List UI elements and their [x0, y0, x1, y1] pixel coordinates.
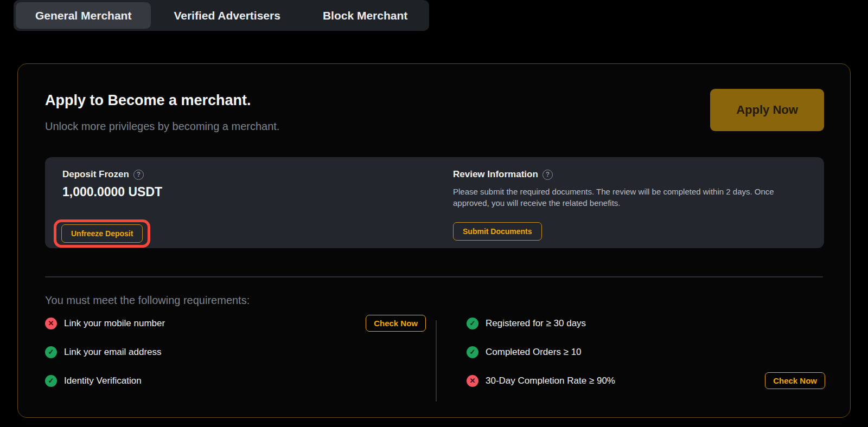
horizontal-divider: [45, 276, 823, 277]
requirement-row: Completed Orders ≥ 10: [467, 344, 825, 360]
deposit-amount: 1,000.0000 USDT: [62, 185, 453, 199]
review-section: Review Information ? Please submit the r…: [453, 157, 824, 248]
submit-documents-button[interactable]: Submit Documents: [453, 222, 542, 241]
requirement-label: Completed Orders ≥ 10: [486, 347, 582, 358]
fail-x-icon: [467, 375, 478, 387]
deposit-frozen-label: Deposit Frozen: [62, 169, 129, 180]
pass-check-icon: [45, 346, 57, 358]
fail-x-icon: [45, 318, 57, 329]
review-help-icon[interactable]: ?: [542, 170, 553, 180]
deposit-section: Deposit Frozen ? 1,000.0000 USDT Unfreez…: [45, 157, 453, 248]
review-information-label: Review Information: [453, 169, 538, 180]
page-subtitle: Unlock more privileges by becoming a mer…: [45, 120, 279, 133]
requirements-heading: You must meet the following requirements…: [45, 294, 250, 307]
requirement-label: Link your email address: [64, 347, 162, 358]
requirement-row: Link your email address: [45, 344, 426, 360]
review-description: Please submit the required documents. Th…: [453, 186, 786, 209]
requirements-right-column: Registered for ≥ 30 days Completed Order…: [437, 315, 825, 401]
requirement-row: Registered for ≥ 30 days: [467, 315, 825, 332]
requirements-area: Link your mobile number Check Now Link y…: [45, 315, 825, 401]
requirement-row: Link your mobile number Check Now: [45, 315, 426, 332]
pass-check-icon: [45, 375, 57, 387]
deposit-help-icon[interactable]: ?: [133, 170, 144, 180]
unfreeze-deposit-button[interactable]: Unfreeze Deposit: [61, 224, 143, 243]
merchant-tabs: General Merchant Verified Advertisers Bl…: [14, 0, 429, 31]
requirement-label: Identity Verification: [64, 376, 142, 386]
check-now-completion-button[interactable]: Check Now: [765, 372, 825, 389]
tab-general-merchant[interactable]: General Merchant: [16, 2, 151, 29]
tab-verified-advertisers[interactable]: Verified Advertisers: [154, 2, 300, 29]
requirement-row: 30-Day Completion Rate ≥ 90% Check Now: [467, 372, 825, 389]
requirement-label: Registered for ≥ 30 days: [486, 318, 586, 329]
requirement-label: Link your mobile number: [64, 318, 165, 329]
requirement-row: Identity Verification: [45, 372, 426, 389]
page-title: Apply to Become a merchant.: [45, 92, 251, 109]
apply-merchant-card: Apply to Become a merchant. Unlock more …: [17, 63, 851, 418]
pass-check-icon: [467, 318, 478, 329]
requirements-left-column: Link your mobile number Check Now Link y…: [45, 315, 436, 401]
pass-check-icon: [467, 346, 478, 358]
apply-now-button[interactable]: Apply Now: [710, 89, 824, 131]
tab-block-merchant[interactable]: Block Merchant: [303, 2, 427, 29]
check-now-mobile-button[interactable]: Check Now: [366, 315, 426, 332]
requirement-label: 30-Day Completion Rate ≥ 90%: [486, 376, 615, 386]
annotation-highlight-box: Unfreeze Deposit: [54, 219, 150, 248]
status-panel: Deposit Frozen ? 1,000.0000 USDT Unfreez…: [45, 157, 824, 248]
